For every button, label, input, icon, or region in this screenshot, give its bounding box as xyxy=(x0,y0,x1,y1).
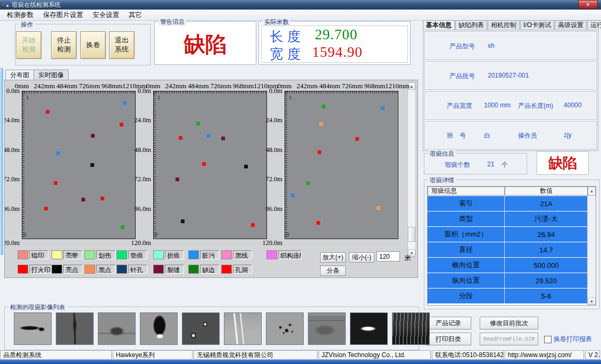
legend-swatch-黑线 xyxy=(221,250,232,259)
operation-button-开始检测[interactable]: 开始检测 xyxy=(16,31,41,59)
defect-point-blue xyxy=(291,193,295,197)
tab-运行状态信息[interactable]: 运行状态信息 xyxy=(587,20,601,30)
defect-point-red xyxy=(355,137,359,141)
info-label: 班 号 xyxy=(447,131,466,140)
product-info-row-1: 产品批号20190527-001 xyxy=(424,61,597,89)
defect-thumbnail-7[interactable] xyxy=(266,312,304,345)
defect-point-green xyxy=(322,105,325,108)
detail-row-索引[interactable]: 索引21A xyxy=(428,196,588,211)
plot-corner-top-number: 1 xyxy=(289,94,292,100)
defect-thumbnail-10[interactable] xyxy=(392,312,430,345)
defect-point-purple xyxy=(91,134,95,138)
read-from-file-button[interactable]: ReadFromFile-SIM xyxy=(480,333,538,345)
y-axis-tick-label: 24.0m xyxy=(261,116,282,124)
tab-基本信息[interactable]: 基本信息 xyxy=(423,20,455,30)
defect-thumbnail-4[interactable] xyxy=(140,312,178,345)
defect-point-orange xyxy=(377,206,380,210)
split-strips-button[interactable]: 分条 xyxy=(320,266,346,276)
y-axis-tick-label: 72.0m xyxy=(130,175,151,183)
app-window: 瑕疵在线检测系统 ✕ 检测参数保存图片设置安全设置其它 操作 开始检测停止检测换… xyxy=(0,0,601,364)
defect-thumbnail-2[interactable] xyxy=(56,312,94,345)
zoom-in-button[interactable]: 放大(+) xyxy=(320,252,346,263)
details-header-name[interactable]: 瑕疵信息 xyxy=(428,187,505,196)
details-header-value[interactable]: 数值 xyxy=(505,187,588,196)
defect-thumbnail-1[interactable] xyxy=(14,312,52,345)
defect-thumbnail-3[interactable] xyxy=(98,312,136,345)
legend-swatch-亮带 xyxy=(52,250,62,259)
product-info-row-2: 产品宽度1000 mm产品长度(m)40000 xyxy=(424,91,597,120)
app-icon-dot xyxy=(6,5,9,7)
x-axis-tick-label: 968mm xyxy=(362,82,388,90)
x-axis-tick-label: 726mm xyxy=(339,82,365,90)
defect-point-purple xyxy=(81,198,85,201)
detail-row-纵向位置[interactable]: 纵向位置29.520 xyxy=(428,273,588,288)
defect-thumbnail-5[interactable] xyxy=(182,312,220,345)
menu-item-保存图片设置[interactable]: 保存图片设置 xyxy=(38,10,88,21)
close-button[interactable]: ✕ xyxy=(578,0,598,9)
view-tab-分布图[interactable]: 分布图 xyxy=(5,70,34,80)
defect-thumbnail-8[interactable] xyxy=(308,312,346,345)
tab-缺陷列表[interactable]: 缺陷列表 xyxy=(455,20,487,30)
plot-corner-bottom-number: 0 xyxy=(155,231,158,238)
operation-button-换卷[interactable]: 换卷 xyxy=(80,31,106,59)
defect-alarm-box: 缺陷 xyxy=(537,151,589,175)
menu-item-其它[interactable]: 其它 xyxy=(124,10,147,21)
tab-高级设置[interactable]: 高级设置 xyxy=(555,20,587,30)
range-meters-input[interactable] xyxy=(377,251,400,261)
status-cell-1: Hawkeye系列 xyxy=(113,350,193,360)
x-axis-tick-label: 726mm xyxy=(77,82,102,90)
close-icon: ✕ xyxy=(586,2,590,7)
menu-item-安全设置[interactable]: 安全设置 xyxy=(88,10,124,21)
defect-point-black xyxy=(244,165,248,168)
defect-distribution-plot-2[interactable]: 10 xyxy=(153,91,267,239)
detail-name-cell: 纵向位置 xyxy=(428,273,505,288)
status-cell-0: 品质检测系统 xyxy=(0,350,112,360)
details-scroll-up-icon[interactable]: ▲ xyxy=(588,187,596,196)
modify-batch-button[interactable]: 修改目前批次 xyxy=(480,317,538,329)
details-vertical-scrollbar[interactable] xyxy=(587,196,596,305)
detail-row-面积（mm2）[interactable]: 面积（mm2）26.94 xyxy=(428,227,588,242)
detail-name-cell: 面积（mm2） xyxy=(428,227,505,242)
plots-vertical-scrollbar[interactable]: ▲ ▼ xyxy=(407,82,416,257)
y-axis-tick-label: 48.0m xyxy=(4,146,20,154)
range-unit-label: 米 xyxy=(404,253,411,263)
roll-print-label: 换卷打印报表 xyxy=(554,335,592,344)
y-axis-tick-label: 0.0m xyxy=(130,87,151,95)
detail-row-横向位置[interactable]: 横向位置500.000 xyxy=(428,258,588,273)
operation-button-退出系统[interactable]: 退出系统 xyxy=(109,31,135,59)
window-title: 瑕疵在线检测系统 xyxy=(12,1,61,9)
legend-label-亮点: 亮点 xyxy=(63,265,82,274)
plots-scroll-thumb[interactable] xyxy=(408,227,415,242)
defect-thumbnail-6[interactable] xyxy=(224,312,262,345)
warning-group: 警告消息 缺陷 xyxy=(154,21,256,65)
roll-print-checkbox[interactable] xyxy=(544,336,552,343)
length-value: 29.700 xyxy=(315,27,357,43)
defect-count-value: 21 xyxy=(487,160,494,168)
product-info-box: 产品型号xh产品批号20190527-001产品宽度1000 mm产品长度(m)… xyxy=(423,30,598,151)
view-tab-实时图像[interactable]: 实时图像 xyxy=(34,70,69,80)
print-classify-button[interactable]: 打印归类 xyxy=(425,333,471,345)
status-cell-5: http://www.wxjzsj.com/ xyxy=(505,350,584,360)
detail-name-cell: 横向位置 xyxy=(428,258,505,273)
legend-swatch-折痕 xyxy=(153,250,164,259)
zoom-out-button[interactable]: 缩小(-) xyxy=(349,252,374,263)
defect-count-label: 瑕疵个数 xyxy=(445,160,470,170)
product-record-button[interactable]: 产品记录 xyxy=(425,317,471,329)
app-icon xyxy=(2,2,9,8)
defect-thumbnail-9[interactable] xyxy=(350,312,388,345)
menu-item-检测参数[interactable]: 检测参数 xyxy=(2,10,38,21)
legend-label-亮带: 亮带 xyxy=(63,250,82,259)
defect-distribution-plot-3[interactable]: 10 xyxy=(285,91,398,239)
plot-corner-bottom-number: 0 xyxy=(23,231,27,238)
details-scroll-down-icon[interactable]: ▼ xyxy=(588,298,596,305)
detail-row-直径[interactable]: 直径14.7 xyxy=(428,242,588,257)
detail-name-cell: 分段 xyxy=(428,289,505,303)
operation-button-停止检测[interactable]: 停止检测 xyxy=(51,31,77,59)
y-axis-tick-label: 24.0m xyxy=(130,116,151,124)
tab-I/O卡测试[interactable]: I/O卡测试 xyxy=(520,20,554,30)
detail-row-分段[interactable]: 分段5-6 xyxy=(428,289,588,303)
tab-相机控制[interactable]: 相机控制 xyxy=(488,20,520,30)
defect-distribution-plot-1[interactable]: 10 xyxy=(22,91,136,239)
taskbar[interactable] xyxy=(0,360,601,364)
detail-row-类型[interactable]: 类型污渍-大 xyxy=(428,211,588,226)
